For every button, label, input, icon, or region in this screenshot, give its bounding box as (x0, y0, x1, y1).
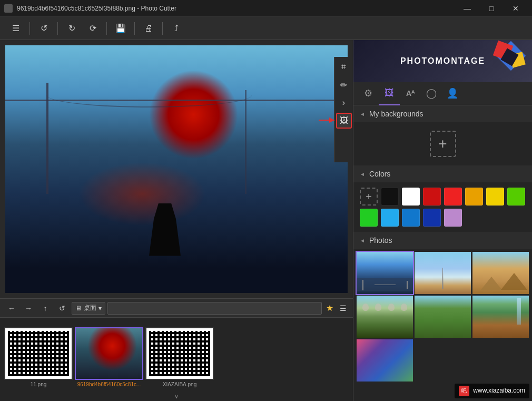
thumbnail-xiazaiba[interactable] (145, 327, 214, 380)
up-button[interactable]: ↑ (38, 301, 53, 316)
photos-header: ◄ Photos (353, 232, 532, 249)
thumbnail-11png[interactable] (4, 327, 73, 380)
tab-text[interactable]: Aᴬ (400, 82, 421, 105)
expand-panel-button[interactable]: › (336, 95, 352, 111)
view-list-button[interactable]: ☰ (338, 304, 349, 312)
redo-button[interactable]: ↻ (62, 19, 81, 38)
add-background-button[interactable]: + (430, 131, 456, 157)
tab-bar: ⚙ 🖼 Aᴬ ◯ 👤 (353, 82, 532, 105)
title-bar-left: 9619bd4b6f54160c5c81c6525f35f88b.png - P… (4, 4, 176, 13)
path-input[interactable] (107, 302, 322, 315)
path-type-dropdown[interactable]: 🖥 桌面 ▾ (72, 302, 105, 315)
color-swatch-yellow[interactable] (486, 188, 504, 206)
sidebar-content[interactable]: ◄ My backgrounds + ◄ Colors + (353, 105, 532, 401)
crop-icon: ⌗ (341, 62, 346, 72)
color-swatch-white[interactable] (402, 188, 420, 206)
tab-shapes[interactable]: ◯ (421, 82, 442, 105)
window-title: 9619bd4b6f54160c5c81c6525f35f88b.png - P… (17, 5, 176, 12)
forward-button[interactable]: → (21, 301, 36, 316)
tab-portraits[interactable]: 👤 (442, 82, 463, 105)
color-swatch-darkblue[interactable] (423, 209, 441, 227)
backgrounds-icon: 🖼 (385, 87, 394, 99)
samurai-thumb-preview (76, 328, 142, 379)
add-color-button[interactable]: + (360, 188, 378, 206)
color-swatch-lightblue[interactable] (381, 209, 399, 227)
title-bar-controls: — □ ✕ (455, 0, 528, 17)
photo-waterfall[interactable] (472, 296, 529, 338)
samurai-scene (5, 45, 348, 293)
image-tool-icon: 🖼 (340, 116, 348, 125)
section-arrow-photos: ◄ (360, 238, 365, 243)
list-item[interactable]: 11.png (4, 327, 73, 387)
pyramid2 (501, 273, 527, 290)
main-toolbar: ☰ ↺ ↻ ⟳ 💾 🖨 ⤴ (0, 17, 532, 40)
pencil-tool-button[interactable]: ✏ (336, 77, 352, 93)
rushmore-faces (357, 304, 413, 311)
maximize-button[interactable]: □ (479, 0, 504, 17)
bridge-tower-left (46, 83, 48, 194)
print-button[interactable]: 🖨 (139, 19, 158, 38)
path-box: 🖥 桌面 ▾ (72, 302, 322, 315)
redo2-button[interactable]: ⟳ (83, 19, 102, 38)
waterfall-stream (517, 298, 521, 325)
path-type-label: 桌面 (84, 304, 96, 312)
share-icon: ⤴ (174, 24, 179, 33)
list-item[interactable]: XIAZAIBA.png (145, 327, 214, 387)
photo-bridge[interactable] (357, 252, 413, 294)
color-swatch-darkred[interactable] (423, 188, 441, 206)
undo-button[interactable]: ↺ (34, 19, 53, 38)
color-swatch-orange[interactable] (465, 188, 483, 206)
hamburger-icon: ☰ (12, 23, 19, 33)
color-grid: + (353, 182, 532, 232)
path-dropdown-arrow: ▾ (98, 305, 102, 312)
canvas-content[interactable] (0, 40, 353, 298)
file-browser: ← → ↑ ↺ 🖥 桌面 ▾ ★ ☰ (0, 298, 353, 401)
file-label-xiazaiba: XIAZAIBA.png (163, 382, 196, 387)
scroll-down-icon: ∨ (174, 393, 179, 400)
image-panel-button[interactable]: 🖼 (336, 113, 352, 129)
share-button[interactable]: ⤴ (167, 19, 186, 38)
samurai-figure (149, 203, 181, 256)
toolbar-separator-2 (57, 22, 58, 35)
color-swatch-black[interactable] (381, 188, 399, 206)
qr-inner-1 (8, 331, 69, 376)
photo-rushmore[interactable] (357, 296, 413, 338)
colors-header: ◄ Colors (353, 165, 532, 182)
face4 (401, 304, 407, 311)
tab-adjustments[interactable]: ⚙ (358, 82, 379, 105)
color-swatch-red[interactable] (444, 188, 462, 206)
color-swatch-purple[interactable] (444, 209, 462, 227)
right-edge-tools: ⌗ ✏ › 🖼 (334, 57, 353, 162)
my-backgrounds-header: ◄ My backgrounds (353, 105, 532, 122)
color-swatch-brightgreen[interactable] (360, 209, 378, 227)
pm-decoration (485, 43, 527, 80)
menu-button[interactable]: ☰ (6, 19, 25, 38)
color-swatch-green[interactable] (507, 188, 525, 206)
photo-abstract[interactable] (357, 339, 413, 382)
main-area: ← → ↑ ↺ 🖥 桌面 ▾ ★ ☰ (0, 40, 532, 401)
photo-eiffel[interactable] (415, 252, 471, 294)
bridge-tower-right (245, 90, 247, 194)
redo2-icon: ⟳ (90, 23, 96, 33)
file-browser-toolbar: ← → ↑ ↺ 🖥 桌面 ▾ ★ ☰ (0, 299, 353, 318)
minimize-button[interactable]: — (455, 0, 479, 17)
photo-greenery[interactable] (415, 296, 471, 338)
crop-tool-button[interactable]: ⌗ (336, 59, 352, 75)
text-icon: Aᴬ (406, 89, 415, 97)
bridge-details (357, 278, 413, 291)
thumbnail-samurai[interactable] (75, 327, 143, 380)
face1 (362, 304, 369, 311)
back-button[interactable]: ← (4, 301, 19, 316)
color-swatch-blue[interactable] (402, 209, 420, 227)
favorite-button[interactable]: ★ (324, 303, 336, 313)
save-button[interactable]: 💾 (111, 19, 130, 38)
tab-backgrounds[interactable]: 🖼 (379, 82, 400, 105)
app-icon (4, 4, 13, 13)
close-button[interactable]: ✕ (504, 0, 528, 17)
main-canvas-image[interactable] (5, 45, 348, 293)
file-thumbnails: 11.png 9619bd4b6f54160c5c81c... (0, 318, 353, 392)
photo-pyramids[interactable] (472, 252, 529, 294)
file-browser-scroll-down[interactable]: ∨ (0, 392, 353, 401)
refresh-button[interactable]: ↺ (55, 301, 70, 316)
list-item[interactable]: 9619bd4b6f54160c5c81c... (75, 327, 143, 387)
